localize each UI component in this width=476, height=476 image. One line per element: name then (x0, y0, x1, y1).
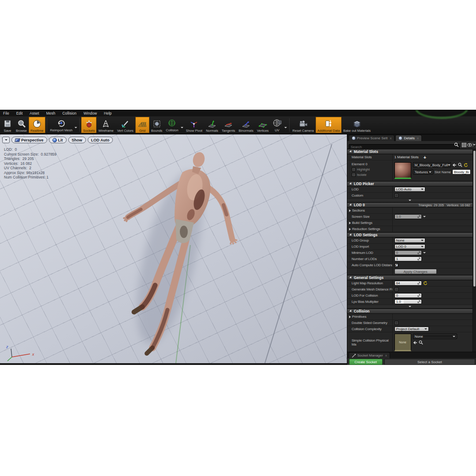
menu-asset[interactable]: Asset (30, 111, 39, 115)
3d-viewport[interactable]: Perspective Lit Show LOD Auto LOD: 0 Cur… (0, 134, 347, 363)
override-dropdown-icon[interactable] (423, 252, 426, 255)
details-scrollbar[interactable] (472, 149, 476, 352)
physical-material-dropdown[interactable]: None (413, 334, 457, 339)
auto-compute-lod-checkbox[interactable]: ✓ (394, 263, 398, 267)
reset-camera-button[interactable]: Reset Camera (291, 117, 316, 133)
expand-arrow-icon[interactable] (349, 209, 351, 212)
vertices-button[interactable]: Vertices (255, 117, 271, 133)
perspective-button[interactable]: Perspective (11, 137, 47, 143)
number-of-lods-input[interactable]: 1 (394, 257, 422, 261)
close-icon[interactable]: x (390, 136, 391, 140)
menu-mesh[interactable]: Mesh (46, 111, 56, 115)
sockets-button[interactable]: Sockets (81, 117, 97, 133)
distance-field-checkbox[interactable] (394, 287, 398, 291)
lod-dropdown[interactable]: LOD Auto (394, 187, 425, 192)
apply-changes-button[interactable]: Apply Changes (394, 269, 437, 274)
expand-arrow-icon[interactable] (349, 222, 351, 224)
browse-to-asset-icon[interactable] (458, 163, 462, 167)
save-button[interactable]: Save (1, 117, 14, 133)
section-header-lod-settings[interactable]: LOD Settings (347, 232, 472, 238)
screen-size-input[interactable]: 1.0 (394, 214, 422, 219)
collision-complexity-dropdown[interactable]: Project Default (394, 327, 429, 331)
custom-checkbox[interactable] (394, 193, 398, 197)
lit-button[interactable]: Lit (49, 137, 67, 143)
section-header-lod-picker[interactable]: LOD Picker (347, 181, 472, 186)
general-settings-expander[interactable] (347, 305, 472, 309)
create-socket-button[interactable]: Create Socket (349, 359, 383, 365)
section-header-lod0[interactable]: LOD 0Triangles: 29 205 Vertices: 16 082 (347, 202, 472, 208)
viewport-options-button[interactable] (2, 137, 10, 143)
row-auto-compute-lod: Auto Compute LOD Distance ✓ (347, 262, 472, 268)
lod-group-dropdown[interactable]: None (394, 238, 425, 243)
override-dropdown-icon[interactable] (423, 216, 426, 219)
collision-button[interactable]: Collision (164, 117, 184, 133)
lod-for-collision-input[interactable]: 0 (394, 293, 422, 298)
menu-edit[interactable]: Edit (16, 111, 23, 115)
uv-button[interactable]: UV (271, 117, 288, 133)
physical-material-thumbnail[interactable]: None (394, 334, 411, 351)
expand-arrow-icon[interactable] (349, 316, 351, 318)
view-options-button[interactable] (468, 142, 475, 148)
lightmap-resolution-input[interactable]: 64 (394, 281, 422, 286)
section-header-material-slots[interactable]: Material Slots (347, 149, 472, 154)
material-thumbnail[interactable] (394, 162, 411, 179)
reimport-mesh-button[interactable]: Reimport Mesh (48, 117, 78, 133)
scrollbar-thumb[interactable] (473, 151, 476, 286)
vert-colors-button[interactable]: Vert Colors (115, 117, 135, 133)
section-header-collision[interactable]: Collision (347, 309, 472, 314)
double-sided-checkbox[interactable] (394, 321, 398, 325)
close-icon[interactable]: x (417, 136, 419, 140)
svg-text:x: x (32, 352, 34, 357)
tangents-button[interactable]: Tangents (220, 117, 237, 133)
grid-button[interactable]: Grid (135, 117, 149, 133)
bounds-icon (152, 119, 162, 129)
lod-auto-button[interactable]: LOD Auto (88, 137, 113, 143)
show-pivot-button[interactable]: Show Pivot (184, 117, 205, 133)
show-button[interactable]: Show (68, 137, 86, 143)
viewport-toolbar: Perspective Lit Show LOD Auto (2, 137, 113, 143)
lod-import-dropdown[interactable]: LOD 0 (394, 244, 425, 249)
reset-to-default-icon[interactable] (423, 281, 427, 285)
highlight-checkbox[interactable] (352, 167, 356, 171)
chevron-down-icon[interactable] (181, 127, 183, 130)
bake-out-materials-button[interactable]: Bake out Materials (342, 117, 372, 133)
chevron-down-icon[interactable] (74, 127, 77, 130)
close-icon[interactable]: x (385, 353, 387, 357)
column-view-button[interactable] (461, 142, 467, 148)
chevron-down-icon (424, 328, 427, 331)
bounds-button[interactable]: Bounds (149, 117, 164, 133)
use-selected-asset-icon[interactable] (413, 341, 417, 345)
expand-arrow-icon[interactable] (349, 228, 351, 231)
slot-name-input[interactable] (452, 169, 471, 175)
section-header-general-settings[interactable]: General Settings (347, 275, 472, 280)
minimum-lod-input[interactable]: 0 (394, 250, 422, 255)
lod-picker-expander[interactable] (347, 199, 472, 202)
socket-manager-bar: Create Socket Select a Socket (347, 358, 476, 365)
material-element-0: Element 0 Highlight Isolate M_Bloody_Bod… (347, 160, 472, 181)
wireframe-button[interactable]: Wireframe (97, 117, 115, 133)
textures-dropdown[interactable]: Textures (413, 169, 433, 175)
tab-socket-manager[interactable]: Socket Manager x (349, 352, 390, 358)
menu-window[interactable]: Window (84, 111, 97, 115)
row-screen-size: Screen Size 1.0 (347, 214, 472, 220)
row-lod: LOD LOD Auto (347, 186, 472, 193)
browse-button[interactable]: Browse (14, 117, 29, 133)
menu-file[interactable]: File (3, 111, 9, 115)
material-select-dropdown[interactable]: M_Bloody_Body_Full (413, 162, 451, 167)
use-selected-asset-icon[interactable] (452, 163, 457, 167)
additional-data-button[interactable]: Additional Data (316, 117, 342, 133)
isolate-checkbox[interactable] (352, 173, 356, 177)
chevron-down-icon[interactable] (284, 127, 287, 130)
tab-details[interactable]: Details x (395, 135, 421, 141)
menu-collision[interactable]: Collision (62, 111, 76, 115)
normals-button[interactable]: Normals (204, 117, 220, 133)
menu-help[interactable]: Help (104, 111, 112, 115)
reset-to-default-icon[interactable] (464, 163, 468, 167)
realtime-button[interactable]: Realtime (29, 117, 45, 133)
add-material-slot-button[interactable]: + (424, 155, 426, 160)
binormals-button[interactable]: Binormals (237, 117, 255, 133)
lpv-bias-input[interactable]: 1.0 (394, 299, 422, 304)
row-minimum-lod: Minimum LOD 0 (347, 250, 472, 256)
tab-preview-scene-settings[interactable]: Preview Scene Sett x (349, 135, 395, 141)
browse-to-asset-icon[interactable] (419, 340, 423, 345)
